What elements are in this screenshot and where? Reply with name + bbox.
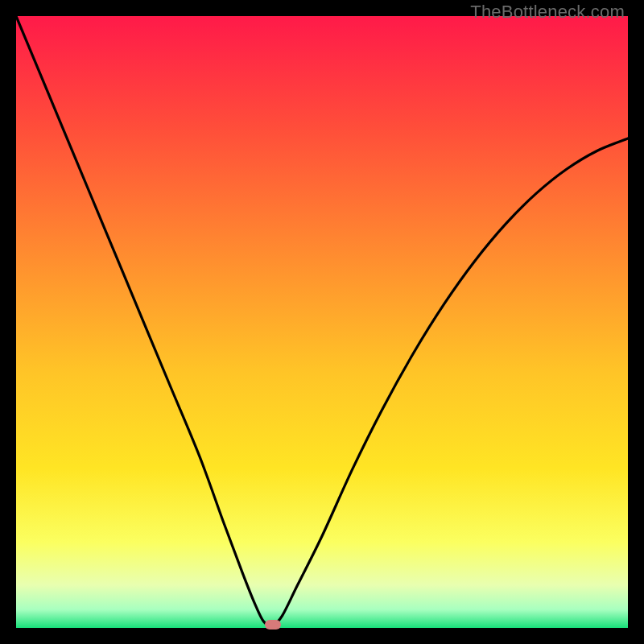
optimal-marker: [265, 620, 281, 630]
chart-frame: [16, 16, 628, 628]
watermark-text: TheBottleneck.com: [470, 2, 625, 23]
bottleneck-curve: [16, 16, 628, 628]
